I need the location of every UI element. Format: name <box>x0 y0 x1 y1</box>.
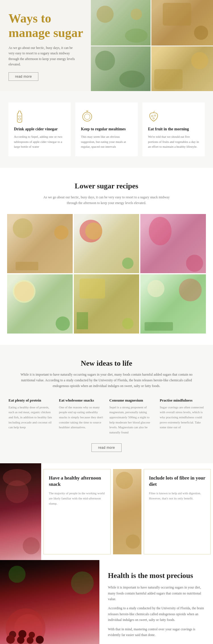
tip-desc-vinegar: According to Sepel, adding one or two ta… <box>14 134 65 149</box>
snack-card-text-fibre: Fibre is known to help aid with digestio… <box>149 491 206 501</box>
ideas-read-more-button[interactable]: read more <box>91 443 121 452</box>
recipe-photo-1 <box>7 214 73 273</box>
recipes-photo-grid <box>7 214 206 334</box>
tip-title-mealtimes: Keep to regular mealtimes <box>81 127 132 131</box>
hero-image-1 <box>91 0 151 46</box>
hero-title: Ways tomanage sugar <box>9 11 99 40</box>
idea-col-title-snacks: Eat wholesome snacks <box>59 398 104 403</box>
snack-card-text-afternoon: The majority of people in the working wo… <box>49 491 105 506</box>
tip-desc-mealtimes: This may seem like an obvious suggestion… <box>81 134 132 149</box>
bottle-icon <box>14 110 26 123</box>
recipes-section: Lower sugar recipes As we go about our h… <box>0 168 213 345</box>
svg-point-6 <box>154 115 156 116</box>
idea-col-text-snacks: One of the reasons why so many people en… <box>59 405 104 430</box>
ideas-section: New ideas to life While it is important … <box>0 345 213 464</box>
recipes-title: Lower sugar recipes <box>7 182 206 190</box>
snack-image-left <box>0 463 41 560</box>
ideas-description: While it is important to have naturally … <box>16 372 197 389</box>
health-para-2: According to a study conducted by the Un… <box>108 605 204 623</box>
svg-point-5 <box>151 115 153 117</box>
idea-col-magnesium: Consume magnesium Sepel is a strong prop… <box>109 398 154 435</box>
tip-title-fruit: Eat fruit in the morning <box>148 127 199 131</box>
snack-card-title-afternoon: Have a healthy afternoon snack <box>49 475 105 487</box>
ideas-title: New ideas to life <box>9 359 204 368</box>
snack-section: Have a healthy afternoon snack The major… <box>0 463 213 560</box>
snack-card-title-fibre: Include lots of fibre in your diet <box>149 475 206 487</box>
idea-col-title-magnesium: Consume magnesium <box>109 398 154 403</box>
svg-point-2 <box>83 112 92 121</box>
hero-text-block: Ways tomanage sugar As we go about our h… <box>9 11 99 81</box>
tip-desc-fruit: We're told that we should eat five porti… <box>148 134 199 149</box>
hero-section: Ways tomanage sugar As we go about our h… <box>0 0 213 91</box>
idea-col-text-mindfulness: Sugar cravings are often connected with … <box>160 405 205 430</box>
hero-image-grid <box>91 0 213 91</box>
ideas-button-wrap: read more <box>9 443 204 452</box>
idea-col-protein: Eat plenty of protein Eating a healthy d… <box>9 398 53 435</box>
hero-image-2 <box>151 0 213 46</box>
tip-card-vinegar: Drink apple cider vinegar According to S… <box>8 102 71 156</box>
recipe-photo-3 <box>140 214 206 273</box>
snack-cards-container: Have a healthy afternoon snack The major… <box>41 463 213 560</box>
tip-title-vinegar: Drink apple cider vinegar <box>14 127 65 131</box>
health-para-1: While it is important to have naturally … <box>108 585 204 602</box>
ideas-columns: Eat plenty of protein Eating a healthy d… <box>9 398 204 435</box>
tips-section: Drink apple cider vinegar According to S… <box>0 91 213 168</box>
svg-point-1 <box>18 118 21 120</box>
hero-image-3 <box>91 46 151 91</box>
idea-col-mindfulness: Practise mindfulness Sugar cravings are … <box>160 398 205 435</box>
tip-card-mealtimes: Keep to regular mealtimes This may seem … <box>75 102 138 156</box>
fruit-icon <box>148 110 160 123</box>
hero-description: As we go about our hectic, busy days, it… <box>9 45 80 67</box>
recipe-photo-2 <box>74 214 139 273</box>
health-text-column: Health is the most precious While it is … <box>99 560 213 644</box>
idea-col-text-protein: Eating a healthy dose of protein, such a… <box>9 405 53 430</box>
health-section: Health is the most precious While it is … <box>0 560 213 644</box>
recipe-photo-6 <box>140 274 206 334</box>
idea-col-text-magnesium: Sepel is a strong proponent of magnesium… <box>109 405 154 435</box>
hero-read-more-button[interactable]: read more <box>9 72 38 81</box>
hero-image-4 <box>151 46 213 91</box>
recipe-photo-5 <box>74 274 139 334</box>
health-para-3: With that in mind, mastering control ove… <box>108 626 204 638</box>
idea-col-title-mindfulness: Practise mindfulness <box>160 398 205 403</box>
snack-image-middle <box>113 469 141 554</box>
svg-point-7 <box>153 118 154 119</box>
recipes-description: As we go about our hectic, busy days, it… <box>41 194 172 206</box>
idea-col-snacks: Eat wholesome snacks One of the reasons … <box>59 398 104 435</box>
snack-card-afternoon: Have a healthy afternoon snack The major… <box>43 469 111 554</box>
idea-col-title-protein: Eat plenty of protein <box>9 398 53 403</box>
health-title: Health is the most precious <box>108 571 204 580</box>
svg-point-3 <box>84 114 90 120</box>
recipe-photo-4 <box>7 274 73 334</box>
plate-icon <box>81 110 93 123</box>
health-image <box>0 560 99 644</box>
tip-card-fruit: Eat fruit in the morning We're told that… <box>142 102 205 156</box>
snack-card-fibre: Include lots of fibre in your diet Fibre… <box>144 469 211 554</box>
